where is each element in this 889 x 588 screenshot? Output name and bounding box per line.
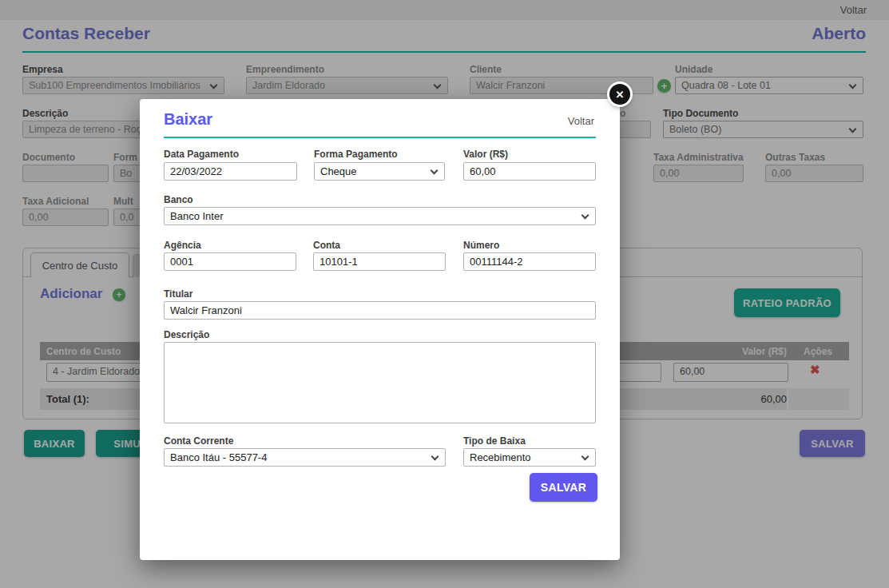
numero-label: Número <box>463 240 499 251</box>
modal-descricao-label: Descrição <box>164 329 209 340</box>
agencia-input[interactable]: 0001 <box>164 252 296 271</box>
modal-descricao-textarea[interactable] <box>164 342 596 423</box>
modal-title-divider <box>164 137 596 138</box>
baixar-modal: Baixar Voltar Data Pagamento 22/03/2022 … <box>140 99 620 560</box>
tipo-de-baixa-select[interactable]: Recebimento <box>463 448 596 467</box>
modal-title: Baixar <box>164 110 212 129</box>
conta-value: 10101-1 <box>319 256 358 268</box>
data-pagamento-input[interactable]: 22/03/2022 <box>164 162 297 181</box>
forma-pagamento-label: Forma Pagamento <box>314 149 398 160</box>
forma-pagamento-select[interactable]: Cheque <box>314 162 445 181</box>
conta-input[interactable]: 10101-1 <box>313 252 446 271</box>
modal-back-link[interactable]: Voltar <box>568 115 594 127</box>
numero-input[interactable]: 00111144-2 <box>463 252 596 271</box>
agencia-label: Agência <box>164 240 201 251</box>
data-pagamento-label: Data Pagamento <box>164 149 239 160</box>
numero-value: 00111144-2 <box>470 256 523 268</box>
conta-label: Conta <box>313 240 340 251</box>
data-pagamento-value: 22/03/2022 <box>170 165 222 177</box>
banco-value: Banco Inter <box>170 210 224 222</box>
modal-salvar-button[interactable]: SALVAR <box>530 473 597 502</box>
conta-corrente-label: Conta Corrente <box>164 435 233 447</box>
valor-input[interactable]: 60,00 <box>463 162 596 181</box>
chevron-down-icon <box>431 167 439 175</box>
titular-label: Titular <box>164 288 192 300</box>
tipo-de-baixa-label: Tipo de Baixa <box>463 435 526 447</box>
agencia-value: 0001 <box>170 256 193 268</box>
tipo-de-baixa-value: Recebimento <box>470 451 531 463</box>
titular-value: Walcir Franzoni <box>170 304 242 316</box>
banco-label: Banco <box>164 194 193 205</box>
chevron-down-icon <box>431 453 439 461</box>
forma-pagamento-value: Cheque <box>320 165 357 177</box>
banco-select[interactable]: Banco Inter <box>164 207 596 225</box>
chevron-down-icon <box>581 453 589 461</box>
valor-value: 60,00 <box>470 165 496 177</box>
conta-corrente-value: Banco Itáu - 55577-4 <box>170 451 267 463</box>
contas-receber-page: Voltar Contas Receber Aberto Empresa Sub… <box>0 0 889 588</box>
close-icon[interactable]: ✕ <box>609 84 630 105</box>
valor-label: Valor (R$) <box>463 149 508 160</box>
titular-input[interactable]: Walcir Franzoni <box>164 301 596 320</box>
chevron-down-icon <box>581 212 589 220</box>
conta-corrente-select[interactable]: Banco Itáu - 55577-4 <box>164 448 446 467</box>
